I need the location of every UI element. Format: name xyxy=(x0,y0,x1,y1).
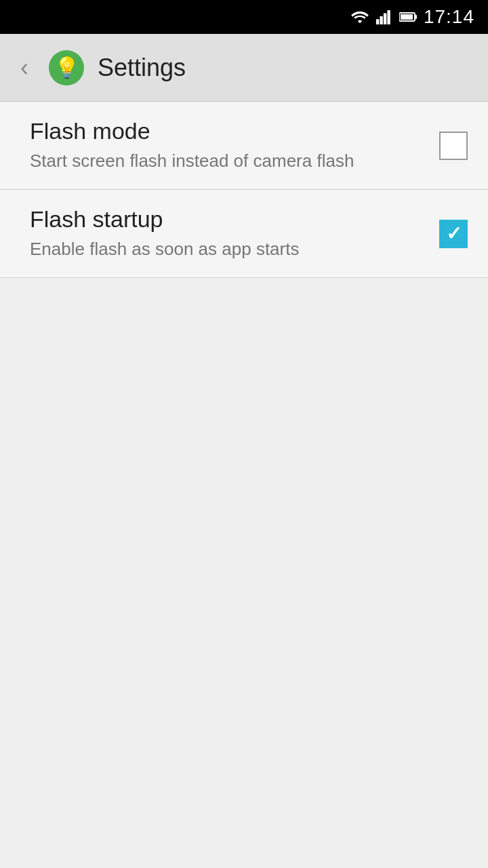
app-bar: ‹ 💡 Settings xyxy=(0,34,488,102)
content-area xyxy=(0,278,488,868)
flash-startup-title: Flash startup xyxy=(30,206,426,233)
flash-startup-text: Flash startup Enable flash as soon as ap… xyxy=(30,206,426,261)
back-button[interactable]: ‹ xyxy=(14,47,35,89)
signal-icon xyxy=(375,9,394,24)
svg-rect-6 xyxy=(401,14,413,20)
flash-startup-item[interactable]: Flash startup Enable flash as soon as ap… xyxy=(0,190,488,278)
wifi-icon xyxy=(350,9,369,24)
svg-rect-3 xyxy=(387,10,390,24)
flash-mode-desc: Start screen flash instead of camera fla… xyxy=(30,150,426,173)
app-title: Settings xyxy=(98,54,186,82)
status-icons: 17:14 xyxy=(350,6,474,28)
status-time: 17:14 xyxy=(424,6,474,28)
flash-startup-desc: Enable flash as soon as app starts xyxy=(30,238,426,261)
settings-list: Flash mode Start screen flash instead of… xyxy=(0,102,488,278)
bulb-icon: 💡 xyxy=(54,56,79,79)
flash-mode-checkbox[interactable] xyxy=(439,132,468,160)
flash-mode-text: Flash mode Start screen flash instead of… xyxy=(30,118,426,173)
svg-rect-1 xyxy=(380,16,382,24)
flash-mode-item[interactable]: Flash mode Start screen flash instead of… xyxy=(0,102,488,190)
app-icon: 💡 xyxy=(49,50,84,85)
checkmark-icon: ✓ xyxy=(446,224,462,243)
svg-rect-5 xyxy=(415,15,417,19)
battery-icon xyxy=(399,9,418,24)
status-bar: 17:14 xyxy=(0,0,488,34)
svg-rect-2 xyxy=(384,14,386,25)
svg-rect-0 xyxy=(376,19,379,24)
flash-mode-title: Flash mode xyxy=(30,118,426,144)
flash-startup-checkbox[interactable]: ✓ xyxy=(439,220,468,248)
